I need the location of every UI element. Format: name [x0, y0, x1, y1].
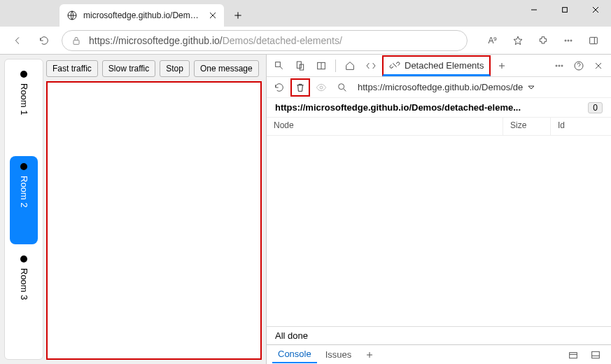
close-icon: [593, 60, 604, 71]
svg-point-16: [339, 83, 344, 89]
menu-button[interactable]: [556, 29, 580, 52]
status-bar: All done: [267, 326, 611, 344]
expand-icon: [590, 349, 601, 360]
refresh-button[interactable]: [32, 29, 56, 52]
refresh-icon: [38, 35, 50, 46]
issues-tab[interactable]: Issues: [320, 346, 358, 363]
svg-rect-6: [590, 37, 598, 43]
close-window-button[interactable]: [580, 0, 611, 20]
eye-icon: [316, 82, 327, 93]
one-message-button[interactable]: One message: [194, 60, 259, 77]
target-label: https://microsoftedge.github.io/Demos/de: [358, 82, 523, 92]
window-controls: [519, 0, 611, 20]
home-icon: [344, 60, 356, 71]
welcome-tab[interactable]: [340, 56, 360, 76]
devtools-help-button[interactable]: [569, 56, 589, 76]
favorite-button[interactable]: [506, 29, 530, 52]
svg-rect-1: [563, 8, 568, 13]
lock-icon: [71, 35, 82, 46]
refresh-icon: [274, 82, 285, 93]
dot-icon: [20, 163, 27, 170]
col-size[interactable]: Size: [503, 118, 551, 135]
device-icon: [295, 60, 306, 71]
more-tabs-button[interactable]: [492, 56, 512, 76]
close-icon: [207, 10, 218, 21]
room-3[interactable]: Room 3: [10, 248, 38, 337]
browser-titlebar: microsoftedge.github.io/Demos/d: [0, 0, 611, 27]
svg-point-3: [565, 40, 566, 41]
device-button[interactable]: [290, 56, 310, 76]
svg-point-4: [568, 40, 569, 41]
search-button[interactable]: [332, 78, 352, 97]
devtools-more-button[interactable]: [549, 56, 569, 76]
svg-rect-9: [300, 64, 303, 70]
devtools-panel: Detached Elements https://microsoftedge.…: [266, 55, 611, 364]
detached-elements-list: https://microsoftedge.github.io/Demos/de…: [267, 98, 611, 326]
inspect-button[interactable]: [269, 56, 289, 76]
eye-button[interactable]: [311, 78, 331, 97]
help-icon: [573, 60, 584, 71]
dock-icon: [316, 60, 327, 71]
plus-icon: [232, 10, 244, 21]
group-title: https://microsoftedge.github.io/Demos/de…: [275, 102, 521, 113]
drawer-expand-button[interactable]: [586, 345, 605, 365]
close-tab-button[interactable]: [207, 10, 218, 21]
col-id[interactable]: Id: [551, 118, 611, 135]
tab-label: Detached Elements: [405, 60, 484, 71]
room-label: Room 1: [19, 83, 29, 115]
star-icon: [512, 35, 524, 46]
room-label: Room 3: [19, 268, 29, 300]
empty-rows: [267, 136, 611, 326]
console-tab[interactable]: Console: [272, 346, 317, 363]
drawer-more-button[interactable]: [360, 345, 379, 365]
devtools-close-button[interactable]: [589, 56, 608, 76]
extensions-button[interactable]: [531, 29, 555, 52]
dots-icon: [554, 60, 565, 71]
dots-icon: [563, 35, 574, 46]
sidebar-button[interactable]: [582, 29, 605, 52]
globe-icon: [66, 10, 78, 21]
messages-area: [46, 81, 262, 360]
svg-rect-7: [276, 62, 281, 66]
collect-garbage-button[interactable]: [290, 78, 310, 97]
slow-traffic-button[interactable]: Slow traffic: [102, 60, 155, 77]
issues-icon: [568, 349, 579, 360]
elements-tab[interactable]: [361, 56, 381, 76]
svg-point-13: [561, 65, 563, 66]
search-icon: [337, 82, 348, 93]
minimize-icon: [528, 4, 540, 15]
extension-icon: [538, 35, 549, 46]
column-headers: Node Size Id: [267, 118, 611, 136]
plus-icon: [364, 349, 375, 360]
stop-button[interactable]: Stop: [160, 60, 190, 77]
maximize-icon: [559, 4, 570, 15]
devtools-toolbar: https://microsoftedge.github.io/Demos/de: [267, 77, 611, 98]
read-aloud-button[interactable]: A⁹: [481, 29, 505, 52]
room-1[interactable]: Room 1: [10, 64, 38, 152]
room-label: Room 2: [19, 176, 29, 208]
browser-toolbar: https://microsoftedge.github.io/Demos/de…: [0, 27, 611, 55]
minimize-button[interactable]: [519, 0, 549, 20]
dot-icon: [20, 255, 27, 262]
browser-tab[interactable]: microsoftedge.github.io/Demos/d: [59, 4, 224, 27]
dock-button[interactable]: [311, 56, 331, 76]
address-bar[interactable]: https://microsoftedge.github.io/Demos/de…: [62, 30, 468, 51]
tab-title: microsoftedge.github.io/Demos/d: [83, 10, 202, 20]
inspect-icon: [274, 60, 285, 71]
maximize-button[interactable]: [549, 0, 580, 20]
target-dropdown[interactable]: https://microsoftedge.github.io/Demos/de: [358, 82, 537, 93]
analyze-button[interactable]: [269, 78, 289, 97]
room-2[interactable]: Room 2: [10, 156, 38, 244]
count-badge: 0: [588, 102, 603, 113]
svg-rect-18: [592, 351, 600, 358]
col-node[interactable]: Node: [267, 118, 503, 135]
svg-point-12: [559, 65, 560, 66]
detached-elements-tab[interactable]: Detached Elements: [382, 55, 491, 76]
plus-icon: [496, 60, 507, 71]
trash-icon: [295, 82, 306, 93]
fast-traffic-button[interactable]: Fast traffic: [46, 60, 98, 77]
drawer-issues-button[interactable]: [563, 345, 583, 365]
back-button[interactable]: [6, 29, 29, 52]
group-header[interactable]: https://microsoftedge.github.io/Demos/de…: [267, 98, 611, 118]
new-tab-button[interactable]: [228, 6, 248, 25]
